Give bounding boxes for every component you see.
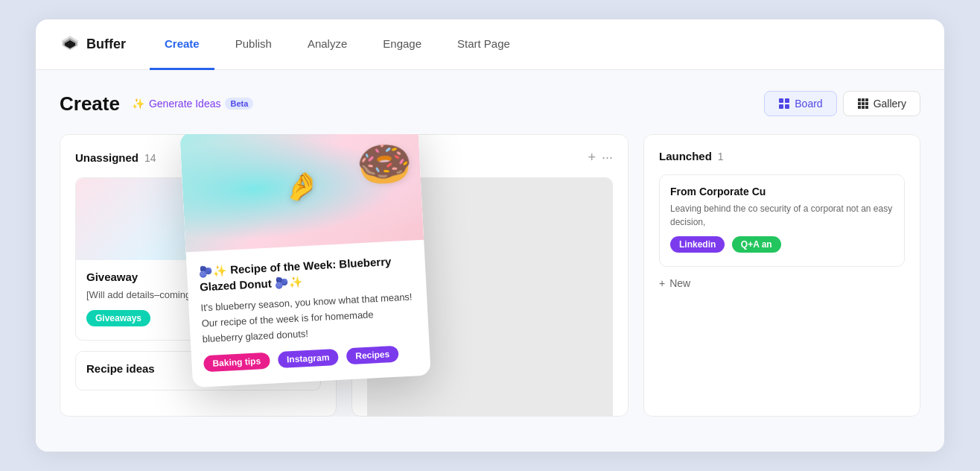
svg-rect-11 <box>862 106 865 109</box>
svg-rect-1 <box>785 98 789 103</box>
unassigned-count: 14 <box>144 152 156 164</box>
svg-rect-7 <box>858 102 861 105</box>
card-giveaway-title: Giveaway <box>86 271 310 283</box>
drafts-actions[interactable]: + ··· <box>588 150 613 165</box>
board-view-button[interactable]: Board <box>764 91 836 116</box>
generate-ideas-label: Generate Ideas <box>149 98 221 110</box>
drafts-add-icon[interactable]: + <box>588 150 596 165</box>
new-plus-icon: + <box>659 277 665 289</box>
board-view-label: Board <box>795 98 822 110</box>
beta-badge: Beta <box>225 98 253 110</box>
tag-qna[interactable]: Q+A an <box>732 236 781 253</box>
view-toggle: Board Gallery <box>764 91 920 116</box>
top-nav: Buffer Create Publish Analyze Engage Sta… <box>36 19 944 70</box>
card-giveaway-text: [Will add details–coming soon!] <box>86 288 310 303</box>
app-window: Buffer Create Publish Analyze Engage Sta… <box>36 19 944 452</box>
unassigned-title: Unassigned 14 <box>75 151 156 164</box>
logo: Buffer <box>60 34 126 55</box>
svg-rect-4 <box>858 98 861 101</box>
drafts-title: Drafts 4 <box>367 151 411 164</box>
svg-rect-10 <box>858 106 861 109</box>
svg-rect-0 <box>779 98 783 103</box>
page-title-area: Create ✨ Generate Ideas Beta <box>60 92 253 116</box>
buffer-logo-icon <box>60 34 80 55</box>
card-launched-corporate[interactable]: From Corporate Cu Leaving behind the co … <box>659 174 905 267</box>
launched-card-text: Leaving behind the co security of a corp… <box>670 202 894 229</box>
svg-rect-2 <box>779 104 783 109</box>
svg-rect-9 <box>865 102 868 105</box>
column-launched-header: Launched 1 <box>659 150 905 162</box>
board: Unassigned 14 + 🧁 Giveaway [Will add det… <box>60 134 920 417</box>
page-title: Create <box>60 92 120 116</box>
column-unassigned-header: Unassigned 14 + <box>75 150 321 165</box>
launched-title: Launched 1 <box>659 150 724 162</box>
svg-rect-8 <box>862 102 865 105</box>
new-label: New <box>669 277 690 289</box>
nav-engage[interactable]: Engage <box>368 19 436 70</box>
column-unassigned: Unassigned 14 + 🧁 Giveaway [Will add det… <box>60 134 337 417</box>
generate-ideas-button[interactable]: ✨ Generate Ideas Beta <box>132 98 253 110</box>
card-giveaway-image: 🧁 <box>76 178 320 260</box>
gallery-view-label: Gallery <box>874 98 906 110</box>
card-giveaway[interactable]: 🧁 Giveaway [Will add details–coming soon… <box>75 177 321 341</box>
card-recipe-title: Recipe ideas <box>86 362 310 375</box>
nav-create[interactable]: Create <box>150 19 214 70</box>
svg-rect-3 <box>785 104 789 109</box>
logo-text: Buffer <box>86 37 126 52</box>
tag-linkedin[interactable]: Linkedin <box>670 236 725 253</box>
launched-card-title: From Corporate Cu <box>670 186 894 197</box>
card-giveaway-body: Giveaway [Will add details–coming soon!]… <box>76 260 320 340</box>
magic-wand-icon: ✨ <box>132 98 144 110</box>
new-button[interactable]: + New <box>659 277 690 289</box>
column-drafts: Drafts 4 + ··· 🍩 …profiles didn't post s… <box>351 134 629 417</box>
svg-rect-6 <box>865 98 868 101</box>
svg-rect-12 <box>865 106 868 109</box>
drafts-count: 4 <box>405 152 411 164</box>
column-launched: Launched 1 From Corporate Cu Leaving beh… <box>643 134 920 417</box>
page-header: Create ✨ Generate Ideas Beta Board <box>60 91 920 116</box>
board-icon <box>778 98 790 110</box>
nav-start-page[interactable]: Start Page <box>442 19 525 70</box>
nav-analyze[interactable]: Analyze <box>293 19 362 70</box>
nav-publish[interactable]: Publish <box>220 19 287 70</box>
launched-count: 1 <box>718 151 724 162</box>
tag-giveaways[interactable]: Giveaways <box>86 310 150 326</box>
card-draft-placeholder <box>367 177 613 417</box>
drafts-more-icon[interactable]: ··· <box>602 150 613 165</box>
page-content: Create ✨ Generate Ideas Beta Board <box>36 70 944 452</box>
unassigned-add-button[interactable]: + <box>313 150 321 165</box>
card-recipe-ideas[interactable]: Recipe ideas <box>75 351 321 391</box>
card-recipe-body: Recipe ideas <box>76 352 320 390</box>
gallery-icon <box>857 98 869 110</box>
column-drafts-header: Drafts 4 + ··· <box>367 150 613 165</box>
gallery-view-button[interactable]: Gallery <box>843 91 920 116</box>
svg-rect-5 <box>862 98 865 101</box>
